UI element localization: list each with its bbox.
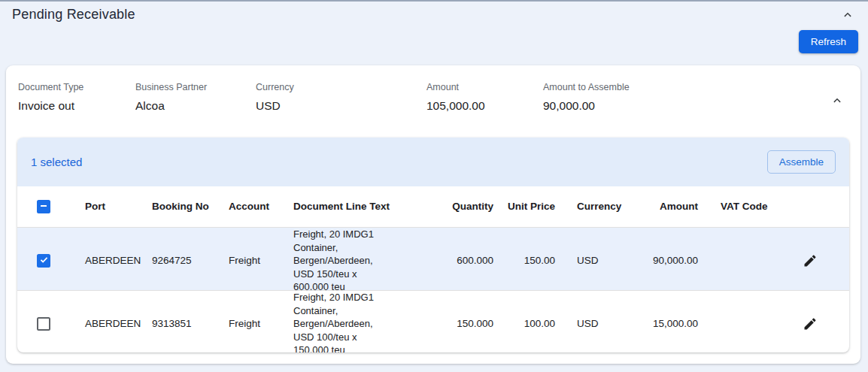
field-value: USD [256, 99, 426, 113]
chevron-up-icon [841, 13, 854, 24]
document-lines-table: 1 selected Assemble Port Booking No Acco… [17, 138, 849, 352]
cell-currency: USD [567, 318, 635, 329]
column-header-port: Port [70, 199, 140, 214]
field-value: Invoice out [18, 99, 135, 113]
cell-currency: USD [567, 255, 635, 266]
table-row[interactable]: ABERDEEN 9313851 Freight Freight, 20 IMD… [17, 291, 849, 352]
edit-row-button[interactable] [801, 315, 819, 333]
cell-booking-no: 9264725 [140, 255, 217, 266]
table-row[interactable]: ABERDEEN 9264725 Freight Freight, 20 IMD… [17, 228, 849, 291]
cell-quantity: 150.000 [411, 318, 505, 329]
field-amount-to-assemble: Amount to Assemble 90,000.00 [543, 82, 829, 113]
column-header-amount: Amount [635, 199, 710, 214]
cell-port: ABERDEEN [70, 318, 140, 329]
column-header-unit-price: Unit Price [505, 199, 567, 214]
field-value: 90,000.00 [543, 99, 829, 113]
pending-receivable-card: Document Type Invoice out Business Partn… [6, 65, 860, 364]
page-title: Pending Receivable [12, 7, 135, 23]
cell-amount: 90,000.00 [635, 255, 710, 266]
column-header-vat-code: VAT Code [710, 199, 770, 214]
cell-amount: 15,000.00 [635, 318, 710, 329]
collapse-section-button[interactable] [839, 7, 856, 23]
column-header-document-line-text: Document Line Text [281, 199, 411, 214]
edit-pencil-icon [803, 259, 818, 271]
assemble-button[interactable]: Assemble [767, 150, 836, 174]
section-header: Pending Receivable [0, 2, 868, 23]
document-summary-row: Document Type Invoice out Business Partn… [6, 65, 860, 138]
field-value: 105,000.00 [426, 99, 543, 113]
edit-row-button[interactable] [801, 252, 819, 270]
field-business-partner: Business Partner Alcoa [135, 82, 256, 113]
table-header-row: Port Booking No Account Document Line Te… [17, 186, 849, 228]
field-label: Business Partner [135, 82, 256, 92]
row-checkbox[interactable] [37, 317, 50, 331]
field-document-type: Document Type Invoice out [18, 82, 135, 113]
cell-booking-no: 9313851 [140, 318, 217, 329]
column-header-currency: Currency [567, 199, 635, 214]
field-amount: Amount 105,000.00 [426, 82, 543, 113]
cell-quantity: 600.000 [411, 255, 505, 266]
field-value: Alcoa [135, 99, 256, 113]
field-label: Amount to Assemble [543, 82, 829, 92]
refresh-toolbar: Refresh [0, 23, 868, 65]
column-header-quantity: Quantity [411, 199, 505, 214]
cell-port: ABERDEEN [70, 255, 140, 266]
column-header-account: Account [217, 199, 281, 214]
cell-account: Freight [217, 318, 281, 329]
cell-unit-price: 100.00 [505, 318, 567, 329]
indeterminate-icon [39, 201, 48, 213]
selected-count-label: 1 selected [31, 156, 82, 168]
field-label: Currency [256, 82, 426, 92]
select-all-checkbox[interactable] [37, 200, 50, 213]
collapse-document-button[interactable] [829, 92, 845, 109]
column-header-booking-no: Booking No [140, 199, 217, 214]
field-label: Document Type [18, 82, 135, 92]
row-checkbox[interactable] [37, 254, 50, 268]
field-currency: Currency USD [256, 82, 426, 113]
cell-document-line-text: Freight, 20 IMDG1 Container, Bergen/Aber… [281, 228, 411, 294]
field-label: Amount [426, 82, 543, 92]
chevron-up-icon [830, 98, 844, 110]
cell-document-line-text: Freight, 20 IMDG1 Container, Bergen/Aber… [281, 291, 411, 352]
refresh-button[interactable]: Refresh [799, 30, 858, 53]
checkmark-icon [39, 255, 49, 267]
cell-unit-price: 150.00 [505, 255, 567, 266]
cell-account: Freight [217, 255, 281, 266]
selection-toolbar: 1 selected Assemble [17, 138, 849, 186]
edit-pencil-icon [803, 322, 818, 334]
